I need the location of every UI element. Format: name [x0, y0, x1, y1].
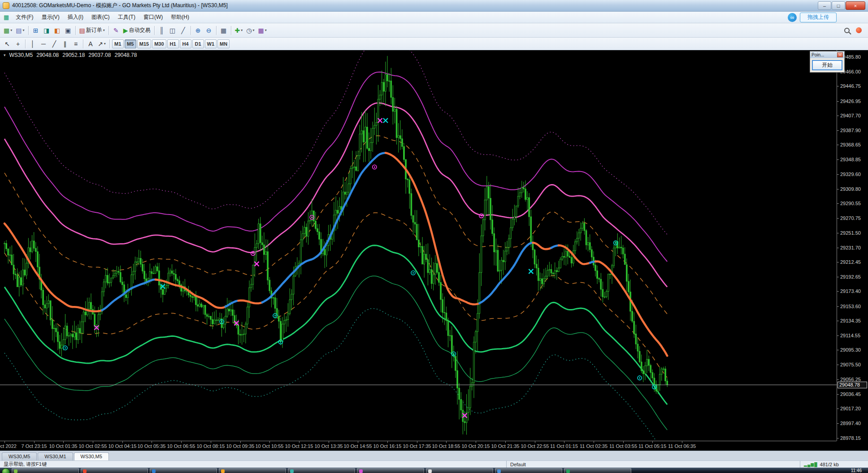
- time-axis-label: 11 Oct 02:35: [580, 443, 608, 449]
- autotrading-button[interactable]: ▶自动交易: [122, 25, 152, 36]
- menu-charts[interactable]: 图表(C): [87, 12, 114, 23]
- timeframe-h4-button[interactable]: H4: [180, 39, 191, 48]
- chart-tab-1[interactable]: WS30,M1: [38, 452, 73, 460]
- trendline-button[interactable]: ╱: [49, 39, 60, 49]
- arrows-button[interactable]: ↗▾: [96, 39, 108, 49]
- dropdown-caret-icon: ▾: [104, 42, 106, 46]
- metaeditor-button[interactable]: ✎: [111, 25, 122, 36]
- taskbar-app-8[interactable]: [564, 468, 631, 473]
- cursor-icon: ↖: [4, 41, 10, 47]
- time-axis-tick: [4, 441, 5, 443]
- points-panel-close-icon[interactable]: ×: [837, 52, 843, 57]
- timeframe-w1-button[interactable]: W1: [205, 39, 217, 48]
- maximize-button[interactable]: □: [832, 1, 845, 10]
- chart-line-button[interactable]: ╱: [178, 25, 189, 36]
- x-marker-icon: [383, 118, 388, 123]
- crosshair-button[interactable]: +: [13, 39, 23, 49]
- timeframe-m5-button[interactable]: M5: [125, 39, 136, 48]
- taskbar-app-5[interactable]: [357, 468, 424, 473]
- taskbar-app-3[interactable]: [219, 468, 286, 473]
- vertical-line-button[interactable]: │: [27, 39, 38, 49]
- taskbar-app-icon: [14, 469, 17, 473]
- data-window-button[interactable]: ◨: [41, 25, 52, 36]
- navigator-icon: ◧: [54, 27, 60, 34]
- taskbar-app-4[interactable]: [288, 468, 355, 473]
- search-icon[interactable]: [844, 28, 850, 33]
- taskbar-app-7[interactable]: [495, 468, 562, 473]
- menu-file[interactable]: 文件(F): [12, 12, 37, 23]
- price-axis-tick: [837, 218, 839, 219]
- chart-candles-button[interactable]: ◫: [167, 25, 178, 36]
- timeframe-d1-button[interactable]: D1: [192, 39, 204, 48]
- fibonacci-icon: ≡: [74, 41, 78, 47]
- close-button[interactable]: ×: [846, 1, 865, 10]
- timeframe-m30-button[interactable]: M30: [152, 39, 166, 48]
- horizontal-line-icon: ─: [41, 41, 46, 47]
- current-price-tag: 29048.78: [838, 382, 867, 388]
- timeframe-mn-button[interactable]: MN: [217, 39, 230, 48]
- taskbar-app-0[interactable]: [12, 468, 79, 473]
- time-axis-tick: [387, 441, 388, 443]
- zoom-in-button[interactable]: ⊕: [193, 25, 204, 36]
- price-axis-tick: [837, 262, 839, 262]
- title-bar: 40012508: GOMarketsMU-Demo - 模拟账户 - GO M…: [0, 0, 868, 12]
- text-button[interactable]: A: [85, 39, 96, 49]
- upload-tool-icon[interactable]: ∞: [788, 13, 797, 22]
- time-axis-tick: [417, 441, 417, 443]
- toolbar-separator: [109, 39, 110, 48]
- autotrading-icon: ▶: [123, 27, 128, 34]
- main-toolbar: ▦▾▤▾⊞◨◧▣▤新订单▾✎▶自动交易║◫╱⊕⊖▦✚▾◷▾▦▾: [0, 23, 868, 38]
- new-order-button[interactable]: ▤新订单▾: [78, 25, 107, 36]
- cursor-button[interactable]: ↖: [2, 39, 13, 49]
- menu-window[interactable]: 窗口(W): [139, 12, 167, 23]
- mt4-window: 40012508: GOMarketsMU-Demo - 模拟账户 - GO M…: [0, 0, 868, 473]
- chart-bars-button[interactable]: ║: [156, 25, 167, 36]
- app-icon: [3, 2, 9, 9]
- taskbar-app-2[interactable]: [150, 468, 217, 473]
- taskbar-app-6[interactable]: [426, 468, 493, 473]
- chart-tab-0[interactable]: WS30,M5: [2, 452, 37, 460]
- status-template[interactable]: Default: [506, 461, 800, 468]
- market-watch-button[interactable]: ⊞: [30, 25, 41, 36]
- menu-tools[interactable]: 工具(T): [114, 12, 139, 23]
- menu-insert[interactable]: 插入(I): [64, 12, 87, 23]
- start-button-orb[interactable]: [2, 468, 10, 473]
- new-order-label: 新订单: [86, 26, 102, 34]
- price-axis-label: 29309.80: [840, 186, 861, 192]
- tile-windows-button[interactable]: ▦: [218, 25, 229, 36]
- chart-bars-icon: ║: [160, 27, 164, 34]
- start-button[interactable]: 开始: [812, 60, 842, 70]
- zoom-out-button[interactable]: ⊖: [204, 25, 214, 36]
- record-icon[interactable]: [856, 27, 862, 33]
- timeframe-m1-button[interactable]: M1: [112, 39, 124, 48]
- profiles-button[interactable]: ▤▾: [14, 25, 26, 36]
- periods-button[interactable]: ◷▾: [244, 25, 256, 36]
- drag-upload-button[interactable]: 拖拽上传: [800, 13, 837, 22]
- signal-markers: [63, 118, 656, 418]
- chart-tab-2[interactable]: WS30,M5: [74, 452, 109, 460]
- toolbar-right-icons: [844, 27, 862, 33]
- new-chart-button[interactable]: ▦▾: [2, 25, 14, 36]
- horizontal-line-button[interactable]: ─: [38, 39, 49, 49]
- chart-plot[interactable]: [0, 50, 837, 441]
- fibonacci-button[interactable]: ≡: [70, 39, 81, 49]
- indicators-button[interactable]: ✚▾: [233, 25, 245, 36]
- terminal-button[interactable]: ▣: [63, 25, 74, 36]
- time-axis-tick: [269, 441, 270, 443]
- timeframe-h1-button[interactable]: H1: [167, 39, 179, 48]
- price-axis-tick: [837, 423, 839, 424]
- price-axis-tick: [837, 189, 839, 189]
- menu-help[interactable]: 帮助(H): [167, 12, 193, 23]
- menu-view[interactable]: 显示(V): [38, 12, 64, 23]
- time-axis[interactable]: 7 Oct 20227 Oct 23:1510 Oct 01:3510 Oct …: [0, 441, 837, 451]
- taskbar-app-1[interactable]: [81, 468, 148, 473]
- toolbar-separator: [75, 26, 76, 35]
- timeframe-m15-button[interactable]: M15: [137, 39, 151, 48]
- price-axis-tick: [837, 438, 839, 439]
- price-axis[interactable]: 29485.8029466.0029446.7529426.9529407.70…: [837, 50, 868, 441]
- minimize-button[interactable]: –: [818, 1, 831, 10]
- channel-button[interactable]: ∥: [60, 39, 70, 49]
- time-axis-tick: [240, 441, 241, 443]
- templates-button[interactable]: ▦▾: [256, 25, 269, 36]
- navigator-button[interactable]: ◧: [52, 25, 63, 36]
